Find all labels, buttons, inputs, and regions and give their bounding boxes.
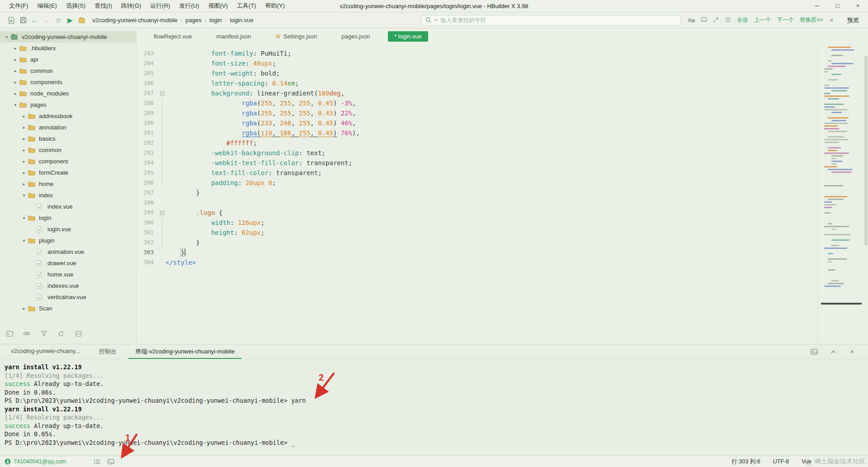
code-line-290[interactable]: 290 rgba(233, 248, 255, 0.45) 46%, [137, 118, 817, 128]
fold-marker[interactable] [160, 91, 164, 95]
run-icon[interactable]: ▶ [64, 15, 76, 26]
tree-item-formCreate[interactable]: ▸formCreate [0, 167, 136, 178]
editor-tab-manifest.json[interactable]: manifest.json [210, 31, 258, 42]
code-line-284[interactable]: 284 font-size: 48upx; [137, 58, 817, 68]
menu-item-2[interactable]: 选择(S) [61, 0, 90, 11]
code-line-292[interactable]: 292 #ffffff; [137, 138, 817, 148]
code-line-287[interactable]: 287 background: linear-gradient(180deg, [137, 88, 817, 98]
refresh-icon[interactable] [57, 330, 65, 337]
tree-item-v2coding-yunwei-chuanyi-mobile[interactable]: ▾v2coding-yunwei-chuanyi-mobile [0, 31, 136, 43]
code-line-302[interactable]: 302 } [137, 238, 817, 248]
tree-item-api[interactable]: ▸api [0, 54, 136, 65]
tree-item-login.vue[interactable]: login.vue [0, 224, 136, 235]
tree-item-node_modules[interactable]: ▸node_modules [0, 88, 136, 99]
editor-tab-login.vue[interactable]: * login.vue [388, 31, 428, 42]
tree-item-verticalnav.vue[interactable]: verticalnav.vue [0, 291, 136, 303]
code-line-304[interactable]: 304</style> [137, 257, 817, 267]
tree-item-addressbook[interactable]: ▸addressbook [0, 110, 136, 122]
terminal-output[interactable]: yarn install v1.22.19[1/4] Resolving pac… [0, 359, 868, 450]
filter-lines-icon[interactable] [725, 17, 731, 24]
whole-word-icon[interactable] [701, 17, 707, 24]
tree-item-common[interactable]: ▸common [0, 65, 136, 76]
code-line-303[interactable]: 303 } [137, 248, 817, 257]
tree-item-basics[interactable]: ▸basics [0, 133, 136, 144]
console-tab-2[interactable]: 终端-v2coding-yunwei-chuanyi-mobile [128, 344, 242, 359]
close-panel-icon[interactable]: × [848, 348, 856, 355]
tree-item-pages[interactable]: ▾pages [0, 99, 136, 110]
regex-icon[interactable] [713, 17, 719, 24]
code-line-291[interactable]: 291 rgba(119, 186, 255, 0.45) 76%), [137, 128, 817, 138]
tree-item-login[interactable]: ▾login [0, 212, 136, 224]
code-line-294[interactable]: 294 -webkit-text-fill-color: transparent… [137, 158, 817, 168]
console-tab-0[interactable]: v2coding-yunwei-chuany... [4, 344, 87, 359]
preview-button[interactable]: 预览 [844, 15, 863, 26]
back-icon[interactable]: ← [29, 15, 41, 26]
code-line-297[interactable]: 297 } [137, 188, 817, 198]
breadcrumb-item-3[interactable]: login.vue [230, 17, 254, 24]
code-line-288[interactable]: 288 rgba(255, 255, 255, 0.45) -3%, [137, 98, 817, 108]
collapse-panel-icon[interactable] [829, 348, 837, 355]
terminal-icon[interactable] [107, 458, 115, 465]
tree-item-Scan[interactable]: ▸Scan [0, 303, 136, 314]
breadcrumb-item-0[interactable]: v2coding-yunwei-chuanyi-mobile [92, 17, 178, 24]
editor-tab-flowReject.vue[interactable]: flowReject.vue [147, 31, 198, 42]
select-all-button[interactable]: 全选 [737, 16, 748, 24]
screenshot-icon[interactable] [810, 348, 818, 355]
tree-item-animation.vue[interactable]: animation.vue [0, 246, 136, 257]
search-input[interactable] [440, 17, 677, 24]
terminal-panel-icon[interactable] [5, 330, 14, 337]
tree-item-.hbuilderx[interactable]: ▸.hbuilderx [0, 43, 136, 54]
encoding-indicator[interactable]: UTF-8 [773, 458, 789, 465]
minimize-button[interactable]: ─ [807, 0, 827, 12]
menu-item-9[interactable]: 帮助(Y) [260, 0, 289, 11]
tree-item-common[interactable]: ▸common [0, 144, 136, 156]
menu-item-7[interactable]: 视图(V) [203, 0, 232, 11]
code-line-293[interactable]: 293 -webkit-background-clip: text; [137, 148, 817, 158]
find-previous-button[interactable]: 上一个 [754, 16, 771, 24]
tree-item-index.vue[interactable]: index.vue [0, 201, 136, 212]
collapse-all-icon[interactable] [74, 330, 82, 337]
code-line-301[interactable]: 301 height: 62upx; [137, 228, 817, 238]
menu-item-6[interactable]: 发行(U) [175, 0, 203, 11]
code-line-283[interactable]: 283 font-family: PuHuiTi; [137, 48, 817, 58]
scrollbar-thumb[interactable] [864, 56, 868, 246]
code-line-296[interactable]: 296 padding: 20upx 0; [137, 178, 817, 188]
close-find-icon[interactable]: × [830, 17, 834, 24]
search-history-chevron-icon[interactable] [434, 19, 438, 22]
menu-item-5[interactable]: 运行(R) [146, 0, 175, 11]
cursor-position[interactable]: 行:303 列:6 [732, 458, 760, 466]
tree-item-indexes.vue[interactable]: indexes.vue [0, 280, 136, 291]
console-tab-1[interactable]: 控制台 [92, 344, 124, 359]
account-item[interactable]: 741040041@qq.com [5, 458, 66, 465]
code-line-298[interactable]: 298 [137, 198, 817, 208]
search-box[interactable] [421, 15, 681, 26]
editor-scrollbar[interactable] [864, 45, 868, 344]
menu-item-4[interactable]: 跳转(G) [117, 0, 146, 11]
tree-item-annotation[interactable]: ▸annotation [0, 122, 136, 133]
tree-item-components[interactable]: ▸components [0, 76, 136, 88]
minimap[interactable] [823, 47, 861, 318]
favorite-star-icon[interactable]: ☆ [52, 15, 64, 26]
code-line-285[interactable]: 285 font-weight: bold; [137, 68, 817, 78]
code-line-295[interactable]: 295 text-fill-color: transparent; [137, 168, 817, 178]
fold-marker[interactable] [160, 211, 164, 215]
replace-area-button[interactable]: 替换区<< [800, 16, 823, 24]
code-line-299[interactable]: 299 .logo { [137, 208, 817, 218]
locate-file-icon[interactable] [23, 330, 31, 337]
save-icon[interactable] [17, 15, 29, 26]
outline-list-icon[interactable] [93, 458, 101, 465]
close-button[interactable]: × [848, 0, 868, 12]
find-next-button[interactable]: 下一个 [777, 16, 794, 24]
code-line-286[interactable]: 286 letter-spacing: 0.14em; [137, 78, 817, 88]
editor-tab-Settings.json[interactable]: ⚙Settings.json [269, 31, 323, 42]
tree-item-home.vue[interactable]: home.vue [0, 269, 136, 280]
tree-item-component[interactable]: ▸component [0, 156, 136, 167]
match-case-toggle[interactable]: Aa [688, 17, 694, 24]
editor-tab-pages.json[interactable]: pages.json [335, 31, 376, 42]
breadcrumb-item-1[interactable]: pages [185, 17, 201, 24]
maximize-button[interactable]: □ [827, 0, 848, 12]
menu-item-0[interactable]: 文件(F) [5, 0, 33, 11]
code-editor[interactable]: 283 font-family: PuHuiTi;284 font-size: … [137, 45, 817, 344]
tree-item-drawer.vue[interactable]: drawer.vue [0, 257, 136, 269]
new-file-icon[interactable] [5, 15, 17, 26]
